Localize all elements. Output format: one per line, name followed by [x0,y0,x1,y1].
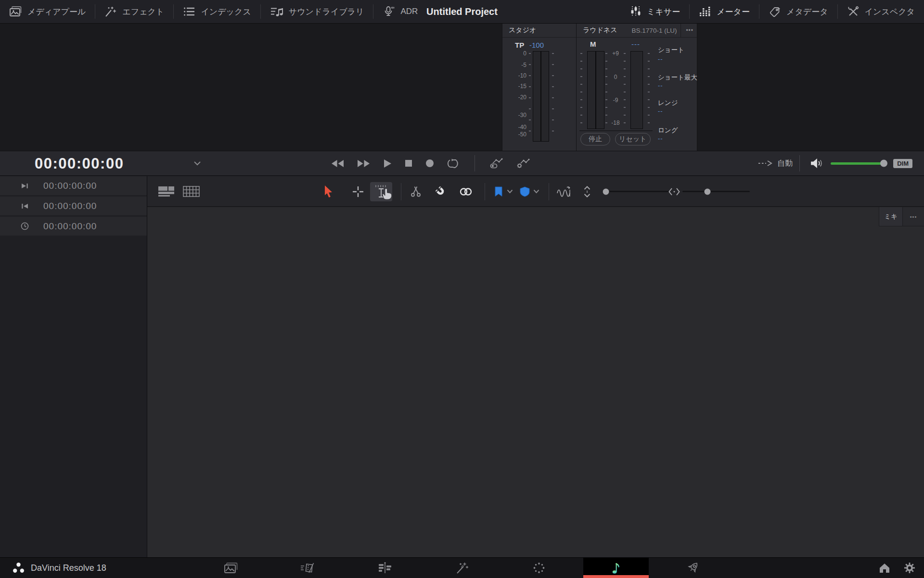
media-page-button[interactable] [198,558,264,578]
index-label: インデックス [201,6,251,17]
studio-scale-tick: -15 [510,83,526,90]
range-in-timecode: 00:00:00:00 [43,201,97,211]
sound-library-label: サウンドライブラリ [289,6,364,17]
timeline-toolbar [147,176,924,207]
media-pool-button[interactable]: メディアプール [0,0,95,23]
index-button[interactable]: インデックス [174,0,260,23]
main-timecode[interactable]: 00:00:00:00 [35,155,124,172]
loudness-scale-tick: 0 [609,74,622,80]
link-group-button[interactable] [459,176,473,207]
vertical-zoom-slider[interactable] [602,191,669,192]
davinci-resolve-logo-icon [13,562,25,574]
index-grid-view-button[interactable] [183,176,200,207]
timecode-dropdown-chevron-icon[interactable] [193,161,201,166]
loudness-scale-tick: +9 [609,50,622,57]
vertical-zoom-control[interactable] [582,176,592,207]
studio-meter-bar-left [533,51,541,142]
color-page-button[interactable] [506,558,572,578]
stop-button[interactable] [405,159,412,167]
meters-button[interactable]: メーター [690,0,759,23]
mixer-button[interactable]: ミキサー [621,0,689,23]
inspector-icon [847,5,860,18]
true-peak-label: TP [515,41,524,49]
long-term-label: ロング [658,126,696,135]
clip-color-button[interactable] [519,176,530,207]
corner-buttons [879,558,915,578]
effects-button[interactable]: エフェクト [95,0,173,23]
fairlight-page-button-active[interactable] [583,558,649,578]
horizontal-zoom-knob[interactable] [705,188,711,195]
snapping-magnet-button[interactable] [435,176,447,207]
vertical-zoom-knob[interactable] [603,188,609,195]
mouse-cursor-hand [382,188,394,201]
dim-button[interactable]: DIM [893,159,912,168]
loudness-options-menu[interactable]: ••• [680,24,693,37]
project-settings-gear-button[interactable] [904,562,915,574]
inspector-button[interactable]: インスペクタ [838,0,924,23]
tool-divider [401,183,401,200]
rewind-button[interactable] [331,159,344,168]
sound-library-button[interactable]: サウンドライブラリ [261,0,373,23]
loudness-ticks [648,53,650,129]
loudness-reset-button[interactable]: リセット [615,133,651,145]
long-term-value: -- [658,135,663,142]
home-button[interactable] [879,563,890,573]
loudness-panel: ラウドネス BS.1770-1 (LU) ••• M --- +9 0 -9 -… [576,24,697,151]
top-toolbar: メディアプール エフェクト インデ [0,0,924,24]
transport-controls [331,151,530,175]
loop-button[interactable] [447,158,460,168]
speaker-icon[interactable] [810,158,824,169]
horizontal-zoom-slider[interactable] [682,191,750,192]
range-value: -- [658,107,663,115]
play-button[interactable] [383,159,392,168]
loudness-panel-header[interactable]: ラウドネス BS.1770-1 (LU) ••• [577,24,697,38]
fusion-page-button[interactable] [429,558,495,578]
selection-tool-button[interactable] [323,176,335,207]
momentary-label: M [590,40,596,48]
studio-scale-tick: -30 [510,112,526,118]
fixed-playhead-button[interactable] [556,176,573,207]
mixer-panel-tab[interactable]: ミキ [879,207,903,226]
duration-row[interactable]: 00:00:00:00 [0,217,147,236]
monitor-divider [799,155,800,171]
edit-page-button[interactable] [352,558,418,578]
marker-flag-chevron-icon[interactable] [507,176,513,207]
effects-icon [104,6,117,17]
metadata-tag-icon [769,6,781,17]
loudness-panel-title: ラウドネス [583,26,617,35]
clip-color-chevron-icon[interactable] [533,176,539,207]
cut-page-button[interactable] [275,558,341,578]
volume-slider-knob[interactable] [880,160,887,167]
short-term-max-value: -- [658,82,663,89]
duration-timecode: 00:00:00:00 [43,221,97,232]
range-out-timecode: 00:00:00:00 [43,181,97,191]
fairlight-page: メディアプール エフェクト インデ [0,0,924,578]
studio-scale-tick: -40 [510,124,526,131]
automation-toggle-button[interactable] [490,158,503,169]
mixer-label: ミキサー [647,6,680,17]
metadata-button[interactable]: メタデータ [759,0,837,23]
range-selection-tool-button[interactable] [352,176,364,207]
loudness-ticks [580,53,582,129]
range-in-row[interactable]: 00:00:00:00 [0,197,147,215]
loudness-stop-button[interactable]: 停止 [580,133,610,145]
studio-panel-header[interactable]: スタジオ [502,24,576,38]
app-brand[interactable]: DaVinci Resolve 18 [13,558,106,578]
range-out-row[interactable]: 00:00:00:00 [0,176,147,195]
deliver-page-button[interactable] [660,558,726,578]
meters-label: メーター [717,6,750,17]
short-term-value: -- [658,55,663,63]
monitoring-region: スタジオ TP -100 0 -5 -10 -15 -20 -30 -40 -5… [0,24,924,151]
razor-tool-button[interactable] [410,176,422,207]
mixer-panel-options-menu[interactable]: ••• [903,207,924,226]
automation-settings-button[interactable] [516,158,530,169]
adr-button[interactable]: ADR [373,0,427,23]
marker-flag-button[interactable] [493,176,504,207]
auto-label[interactable]: 自動 [777,158,793,169]
monitor-volume-slider[interactable] [831,162,886,165]
studio-scale-tick: -50 [510,131,526,138]
timeline-canvas[interactable]: ミキ ••• [147,207,924,557]
timeline-view-button[interactable] [158,176,175,207]
record-button[interactable] [425,159,434,168]
fast-forward-button[interactable] [357,159,370,168]
